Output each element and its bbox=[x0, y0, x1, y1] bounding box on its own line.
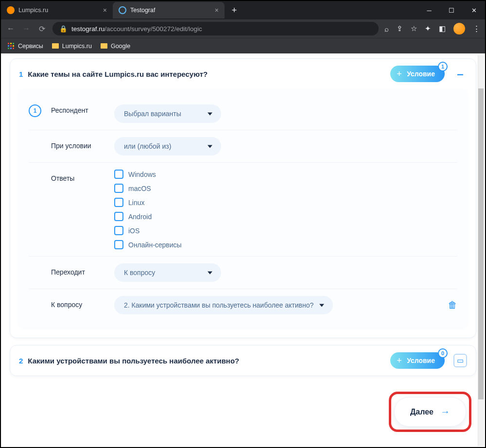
checkbox-icon bbox=[114, 226, 123, 235]
toolbar-right: ⌕ ⇪ ☆ ✦ ◧ ⋮ bbox=[384, 23, 480, 34]
checkbox-icon bbox=[114, 184, 123, 193]
checkbox-icon bbox=[114, 240, 123, 249]
forward-button[interactable]: → bbox=[21, 24, 31, 33]
next-button[interactable]: Далее → bbox=[394, 397, 466, 427]
favicon-testograf bbox=[119, 6, 126, 14]
url-path: /account/survey/500272/edit/logic bbox=[104, 25, 202, 33]
question-number: 2 bbox=[19, 357, 23, 365]
checkbox-label: Онлайн-сервисы bbox=[128, 241, 182, 249]
minimize-button[interactable]: ─ bbox=[418, 2, 440, 18]
bookmark-label: Lumpics.ru bbox=[62, 43, 92, 50]
avatar[interactable] bbox=[453, 23, 465, 34]
new-tab-button[interactable]: + bbox=[227, 3, 241, 17]
collapse-icon[interactable]: – bbox=[453, 67, 467, 81]
panel-icon[interactable]: ◧ bbox=[439, 24, 446, 33]
tab-lumpics[interactable]: Lumpics.ru × bbox=[1, 2, 113, 18]
condition-body: 1 Респондент Выбрал варианты При условии… bbox=[18, 89, 468, 330]
close-icon[interactable]: × bbox=[215, 6, 219, 14]
star-icon[interactable]: ☆ bbox=[411, 24, 417, 33]
question-card-2: 2 Какими устройствами вы пользуетесь наи… bbox=[10, 345, 476, 376]
checkbox-label: Windows bbox=[128, 171, 156, 178]
bookmark-services[interactable]: Сервисы bbox=[8, 43, 43, 50]
goto-select[interactable]: К вопросу bbox=[114, 263, 221, 282]
checkbox-option[interactable]: Windows bbox=[114, 170, 182, 179]
browser-chrome: Lumpics.ru × Testograf × + ─ ☐ ✕ ← → ⟳ 🔒… bbox=[1, 1, 485, 53]
question-card-1: 1 Какие темы на сайте Lumpics.ru вас инт… bbox=[10, 58, 476, 338]
checkbox-option[interactable]: Онлайн-сервисы bbox=[114, 240, 182, 249]
folder-icon bbox=[52, 43, 59, 49]
respondent-label: Респондент bbox=[51, 104, 104, 114]
checkbox-icon bbox=[114, 198, 123, 207]
question-header: 2 Какими устройствами вы пользуетесь наи… bbox=[10, 345, 476, 376]
condition-count-badge: 1 bbox=[438, 62, 448, 71]
question-title: Какие темы на сайте Lumpics.ru вас интер… bbox=[28, 70, 385, 78]
back-button[interactable]: ← bbox=[6, 24, 16, 33]
trash-icon[interactable]: 🗑 bbox=[448, 300, 457, 310]
checkbox-label: Linux bbox=[128, 199, 144, 207]
titlebar: Lumpics.ru × Testograf × + ─ ☐ ✕ bbox=[1, 1, 485, 19]
condition-row-target: К вопросу 2. Какими устройствами вы поль… bbox=[29, 289, 457, 321]
checkbox-label: Android bbox=[128, 213, 152, 221]
checkbox-label: macOS bbox=[128, 185, 151, 192]
checkbox-icon bbox=[114, 212, 123, 221]
checkbox-option[interactable]: Android bbox=[114, 212, 182, 221]
apps-icon bbox=[8, 43, 15, 50]
condition-row-answers: Ответы Windows macOS Linux Android iOS О… bbox=[29, 163, 457, 257]
tab-title: Testograf bbox=[130, 7, 155, 14]
favicon-lumpics bbox=[7, 6, 15, 14]
condition-label: Условие bbox=[407, 357, 435, 364]
highlight-annotation: Далее → bbox=[389, 392, 471, 432]
respondent-select[interactable]: Выбрал варианты bbox=[114, 104, 221, 123]
add-condition-button[interactable]: Условие 0 bbox=[390, 352, 445, 369]
bookmark-lumpics[interactable]: Lumpics.ru bbox=[52, 43, 92, 50]
question-header: 1 Какие темы на сайте Lumpics.ru вас инт… bbox=[10, 59, 476, 89]
condition-row-when: При условии или (любой из) bbox=[29, 130, 457, 163]
scrollbar-thumb[interactable] bbox=[478, 88, 484, 399]
share-icon[interactable]: ⇪ bbox=[397, 24, 403, 33]
add-condition-button[interactable]: Условие 1 bbox=[390, 66, 445, 82]
question-title: Какими устройствами вы пользуетесь наибо… bbox=[28, 357, 385, 365]
answers-list: Windows macOS Linux Android iOS Онлайн-с… bbox=[114, 170, 182, 249]
condition-count-badge: 0 bbox=[438, 348, 448, 358]
when-label: При условии bbox=[51, 137, 104, 150]
next-button-label: Далее bbox=[410, 408, 434, 416]
maximize-button[interactable]: ☐ bbox=[440, 2, 463, 18]
bookmark-google[interactable]: Google bbox=[101, 43, 130, 50]
bookmark-label: Сервисы bbox=[18, 43, 43, 50]
target-select[interactable]: 2. Какими устройствами вы пользуетесь на… bbox=[114, 296, 333, 314]
condition-label: Условие bbox=[407, 70, 435, 78]
close-icon[interactable]: × bbox=[103, 6, 107, 14]
url-bar[interactable]: 🔒 testograf.ru/account/survey/500272/edi… bbox=[52, 22, 379, 35]
checkbox-option[interactable]: iOS bbox=[114, 226, 182, 235]
key-icon[interactable]: ⌕ bbox=[384, 25, 389, 33]
menu-icon[interactable]: ⋮ bbox=[473, 24, 480, 33]
tab-title: Lumpics.ru bbox=[18, 7, 48, 14]
next-button-container: Далее → bbox=[10, 383, 476, 447]
condition-row-goto: Переходит К вопросу bbox=[29, 257, 457, 289]
reload-button[interactable]: ⟳ bbox=[37, 24, 47, 34]
arrow-right-icon: → bbox=[440, 406, 450, 417]
bookmarks-bar: Сервисы Lumpics.ru Google bbox=[1, 38, 485, 53]
checkbox-option[interactable]: macOS bbox=[114, 184, 182, 193]
url-domain: testograf.ru bbox=[71, 25, 104, 33]
answers-label: Ответы bbox=[51, 170, 104, 182]
target-label: К вопросу bbox=[51, 296, 104, 309]
expand-icon[interactable]: ▭ bbox=[453, 354, 467, 367]
lock-icon: 🔒 bbox=[59, 25, 68, 33]
tab-testograf[interactable]: Testograf × bbox=[113, 2, 225, 18]
question-number: 1 bbox=[19, 70, 23, 78]
goto-label: Переходит bbox=[51, 263, 104, 276]
bookmark-label: Google bbox=[111, 43, 130, 50]
checkbox-icon bbox=[114, 170, 123, 179]
checkbox-option[interactable]: Linux bbox=[114, 198, 182, 207]
address-bar: ← → ⟳ 🔒 testograf.ru/account/survey/5002… bbox=[1, 19, 485, 38]
folder-icon bbox=[101, 43, 107, 49]
condition-number: 1 bbox=[29, 104, 41, 117]
close-window-button[interactable]: ✕ bbox=[463, 2, 485, 18]
when-select[interactable]: или (любой из) bbox=[114, 137, 221, 155]
checkbox-label: iOS bbox=[128, 227, 139, 235]
extensions-icon[interactable]: ✦ bbox=[425, 24, 431, 33]
page-content: 1 Какие темы на сайте Lumpics.ru вас инт… bbox=[1, 53, 485, 447]
condition-row-respondent: 1 Респондент Выбрал варианты bbox=[29, 98, 457, 130]
window-controls: ─ ☐ ✕ bbox=[418, 2, 485, 18]
